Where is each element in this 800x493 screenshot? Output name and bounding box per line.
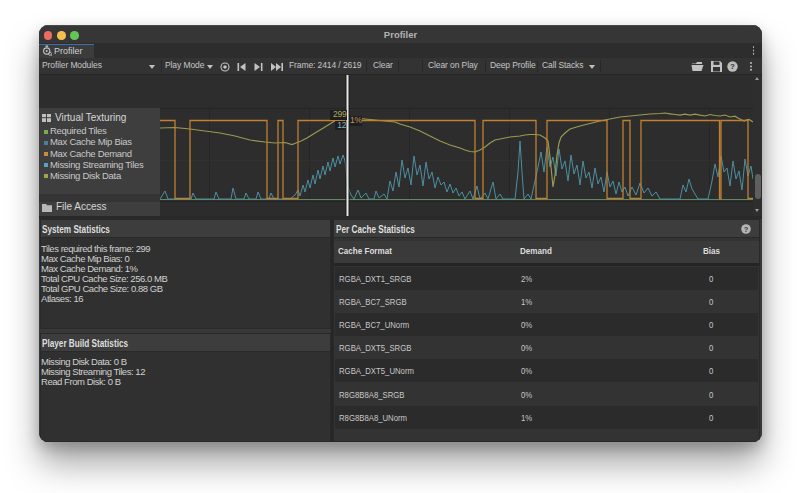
svg-text:?: ? [743,225,748,234]
svg-text:?: ? [730,62,735,71]
